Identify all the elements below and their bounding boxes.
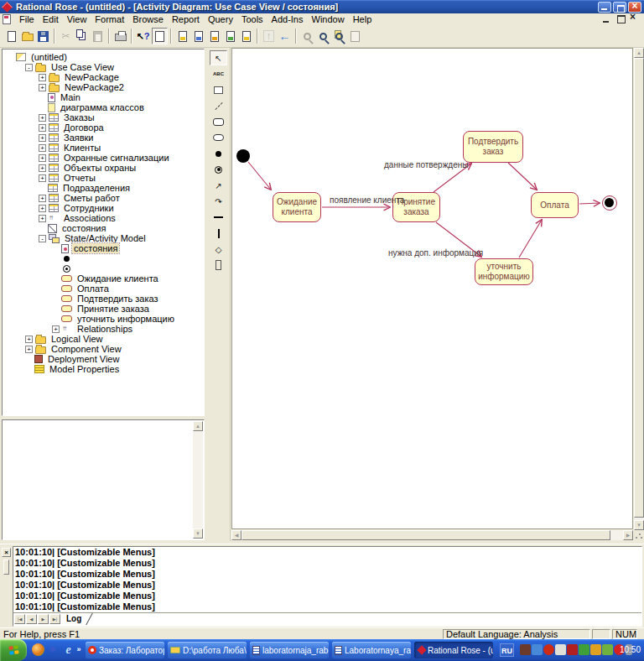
swimlane-tool-button[interactable] (210, 258, 227, 273)
documentation-panel[interactable]: ▲ ▼ (2, 419, 205, 540)
menu-report[interactable]: Report (168, 13, 204, 25)
selection-tool-button[interactable]: ↖ (210, 50, 227, 65)
fit-in-window-button[interactable] (331, 28, 347, 44)
tree-item-otchety[interactable]: +Отчеты (3, 173, 204, 183)
transition-label-nuzhna[interactable]: нужна доп. информация (388, 248, 483, 258)
language-indicator[interactable]: RU (500, 643, 514, 657)
expander[interactable]: + (25, 346, 33, 353)
scroll-down-icon[interactable]: ▼ (634, 520, 644, 530)
tree-item-use-case-view[interactable]: -Use Case View (3, 62, 204, 72)
log-drag-grip[interactable] (3, 560, 9, 575)
text-tool-button[interactable]: ABC (210, 66, 227, 81)
tree-item-relationships[interactable]: +↑↑Relationships (3, 324, 204, 334)
tree-item-oplata[interactable]: Оплата (3, 284, 204, 294)
menu-query[interactable]: Query (204, 13, 237, 25)
taskbar-item-2[interactable]: D:\работа Люба\раб... (168, 642, 247, 658)
zoom-out-button[interactable] (315, 28, 331, 44)
scroll-up-icon[interactable]: ▲ (634, 48, 644, 58)
menu-addins[interactable]: Add-Ins (267, 13, 308, 25)
save-button[interactable] (35, 28, 51, 44)
expander[interactable]: + (39, 164, 46, 172)
browse-component-diagram-button[interactable] (206, 28, 222, 44)
menu-window[interactable]: Window (308, 13, 349, 25)
horizontal-sync-tool-button[interactable] (210, 210, 227, 225)
quick-launch-overflow-icon[interactable]: » (75, 643, 82, 656)
scroll-up-icon[interactable]: ▲ (193, 421, 203, 431)
expander[interactable]: - (39, 235, 46, 242)
start-button[interactable] (0, 639, 27, 661)
browse-deployment-diagram-button[interactable] (238, 28, 254, 44)
expander[interactable]: + (39, 134, 46, 142)
tree-item-podtverdit[interactable]: Подтвердить заказ (3, 294, 204, 304)
expander[interactable]: + (39, 215, 46, 222)
tray-icon-3[interactable] (543, 644, 554, 655)
canvas-vertical-scrollbar[interactable]: ▲ ▼ (634, 48, 644, 530)
menu-format[interactable]: Format (91, 13, 128, 25)
tray-icon-2[interactable] (532, 644, 543, 655)
tray-icon-4[interactable] (555, 644, 566, 655)
tree-item-newpackage2[interactable]: +NewPackage2 (3, 82, 204, 92)
state-tool-button[interactable] (210, 114, 227, 129)
restore-button[interactable] (613, 2, 626, 13)
tree-item-state-activity-model[interactable]: -State/Activity Model (3, 233, 204, 243)
expander[interactable]: + (39, 144, 46, 152)
taskbar-item-rational-rose[interactable]: Rational Rose - (untitl... (414, 642, 493, 658)
quick-launch-icon-1[interactable] (32, 643, 44, 656)
tree-item-sotrudniki[interactable]: +Сотрудники (3, 203, 204, 213)
state-oplata[interactable]: Оплата (531, 192, 579, 218)
expander[interactable]: + (52, 325, 60, 333)
paste-button[interactable] (90, 28, 106, 44)
tree-item-component-view[interactable]: +Component View (3, 344, 204, 354)
minimize-button[interactable] (598, 2, 611, 13)
state-ozhidanie-klienta[interactable]: Ожидание клиента (273, 192, 321, 222)
tree-item-smety[interactable]: +Сметы работ (3, 193, 204, 203)
tree-item-deployment-view[interactable]: Deployment View (3, 354, 204, 364)
tree-item-klienty[interactable]: +Клиенты (3, 143, 204, 153)
tree-item-podrazdeleniya[interactable]: Подразделения (3, 183, 204, 193)
taskbar-item-3[interactable]: laboratornaja_rabota... (250, 642, 329, 658)
tree-item-model-properties[interactable]: Model Properties (3, 364, 204, 374)
context-help-button[interactable]: ↖? (135, 28, 151, 44)
log-output[interactable]: 10:01:10| [Customizable Menus] 10:01:10|… (13, 546, 642, 627)
mdi-document-icon[interactable] (3, 14, 11, 24)
tree-item-main[interactable]: Main (3, 92, 204, 102)
tree-item-prinyatie[interactable]: Принятие заказа (3, 304, 204, 314)
expander[interactable]: + (39, 205, 46, 212)
tab-first-icon[interactable]: |◀ (14, 614, 25, 624)
tree-item-associations[interactable]: +↑↑Associations (3, 213, 204, 223)
resize-grip[interactable] (634, 530, 644, 540)
scrollbar-thumb[interactable] (242, 530, 610, 540)
expander[interactable]: - (25, 64, 33, 71)
tree-item-root[interactable]: (untitled) (3, 52, 204, 62)
tree-item-start-state[interactable] (3, 253, 204, 263)
open-button[interactable] (19, 28, 35, 44)
tray-icon-5[interactable] (567, 644, 578, 655)
activity-tool-button[interactable] (210, 130, 227, 145)
menu-edit[interactable]: Edit (39, 13, 63, 25)
menu-help[interactable]: Help (349, 13, 377, 25)
tree-item-ozhidanie[interactable]: Ожидание клиента (3, 273, 204, 284)
tree-item-logical-view[interactable]: +Logical View (3, 334, 204, 344)
decision-tool-button[interactable]: ◇ (210, 242, 227, 257)
documentation-scrollbar[interactable]: ▲ ▼ (193, 421, 203, 539)
tree-item-dogovora[interactable]: +Договора (3, 122, 204, 133)
expander[interactable]: + (39, 114, 46, 122)
cut-button[interactable]: ✂ (58, 28, 74, 44)
tree-item-ohrannye[interactable]: +Охранные сигнализации (3, 153, 204, 163)
self-transition-tool-button[interactable]: ↷ (210, 194, 227, 209)
mdi-minimize-button[interactable] (601, 14, 612, 23)
anchor-note-tool-button[interactable] (210, 98, 227, 113)
menu-browse[interactable]: Browse (128, 13, 168, 25)
tab-next-icon[interactable]: ▶ (38, 614, 49, 624)
menu-view[interactable]: View (63, 13, 91, 25)
tree-item-utochnit[interactable]: уточнить информацию (3, 314, 204, 324)
tree-item-end-state[interactable] (3, 263, 204, 273)
activity-diagram-canvas[interactable]: Ожидание клиента Принятие заказа Подтвер… (231, 48, 633, 529)
browse-parent-button[interactable]: ↑ (261, 28, 277, 44)
copy-button[interactable] (74, 28, 90, 44)
expander[interactable]: + (39, 84, 46, 91)
print-button[interactable] (112, 28, 128, 44)
zoom-in-button[interactable] (299, 28, 315, 44)
tray-icon-6[interactable] (579, 644, 589, 655)
taskbar-clock[interactable]: 10:50 (620, 639, 641, 661)
